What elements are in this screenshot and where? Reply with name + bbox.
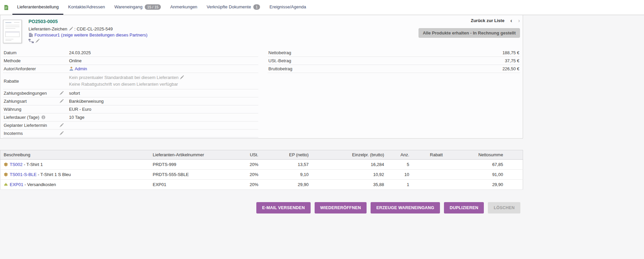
product-ref-link[interactable]: EXP01 (10, 182, 23, 187)
field-value: EUR - Euro (68, 105, 258, 113)
edit-pencil-icon[interactable] (180, 75, 184, 80)
field-row-waehrung: Währung EUR - Euro (3, 105, 258, 113)
unit-gross-cell: 16,284 (312, 160, 387, 170)
supplier-ref-label: Lieferanten-Zeichen (28, 26, 67, 31)
total-label: Bruttobetrag (268, 65, 414, 73)
document-preview-image (3, 20, 21, 43)
status-badge: Alle Produkte erhalten - In Rechnung ges… (418, 28, 520, 38)
edit-pencil-icon[interactable] (59, 123, 64, 127)
total-value: 37,75 € (414, 57, 520, 65)
total-net-cell: 67,85 (446, 160, 506, 170)
row-actions-cell (506, 180, 523, 190)
vat-cell: 20% (235, 180, 262, 190)
info-icon[interactable] (41, 115, 46, 119)
col-header-empty (506, 150, 523, 160)
order-head-main: PO2503-0005 Lieferanten-Zeichen: CDE-CL-… (28, 18, 418, 45)
tab-wareneingang[interactable]: Wareneingang 15 / 15 (110, 0, 166, 15)
field-label: Rabatte (4, 79, 19, 84)
field-value: Online (68, 57, 258, 65)
delete-button: LÖSCHEN (488, 202, 520, 213)
field-value: Admin (68, 65, 258, 73)
field-value: sofort (68, 89, 258, 97)
tab-kontakte-adressen[interactable]: Kontakte/Adressen (63, 0, 110, 15)
total-value: 188,75 € (414, 49, 520, 57)
edit-pencil-icon[interactable] (59, 131, 64, 136)
tab-verknuepfte-dokumente[interactable]: Verknüpfte Dokumente 1 (202, 0, 265, 15)
order-ref: PO2503-0005 (28, 19, 418, 24)
supplier-ref-value: : CDE-CL-2025-549 (74, 26, 113, 31)
totals-table: Nettobetrag 188,75 € USt.-Betrag 37,75 €… (268, 49, 520, 73)
service-bell-icon (4, 182, 8, 187)
row-actions-cell (506, 160, 523, 170)
duplicate-button[interactable]: DUPLIZIEREN (444, 202, 484, 213)
col-header-beschreibung: Beschreibung (0, 150, 149, 160)
author-link[interactable]: Admin (75, 66, 87, 71)
edit-pencil-icon[interactable] (59, 91, 64, 95)
edit-pencil-icon[interactable] (35, 39, 40, 43)
field-label: Datum (4, 50, 16, 55)
field-label: Zahlungsart (4, 99, 27, 104)
product-desc: - Versandkosten (23, 182, 56, 187)
back-to-list-link[interactable]: Zurück zur Liste (471, 18, 504, 23)
field-label: Autor/Anforderer (4, 66, 36, 71)
order-fields: Datum 24.03.2025 Methode Online Autor/An… (3, 49, 520, 138)
supplier-ref-cell: PRDTS-555-SBLE (149, 170, 235, 180)
tab-label: Kontakte/Adressen (68, 4, 105, 9)
field-row-incoterms: Incoterms (3, 130, 258, 138)
field-row-autor: Autor/Anforderer Admin (3, 65, 258, 73)
prev-record-icon[interactable]: ‹ (510, 18, 512, 23)
field-value: 24.03.2025 (68, 49, 258, 57)
next-record-icon: › (518, 18, 520, 23)
reopen-button[interactable]: WIEDERERÖFFNEN (315, 202, 367, 213)
product-cube-icon (4, 162, 8, 167)
field-row-zahlungsbedingungen: Zahlungsbedingungen sofort (3, 89, 258, 97)
col-header-anz: Anz. (387, 150, 412, 160)
field-value: 10 Tage (68, 113, 258, 121)
unit-gross-cell: 10,92 (312, 170, 387, 180)
order-card: PO2503-0005 Lieferanten-Zeichen: CDE-CL-… (0, 15, 523, 139)
qty-cell: 10 (387, 170, 412, 180)
fields-left-table: Datum 24.03.2025 Methode Online Autor/An… (3, 49, 258, 138)
edit-pencil-icon[interactable] (69, 27, 73, 31)
qty-cell: 1 (387, 180, 412, 190)
order-header: PO2503-0005 Lieferanten-Zeichen: CDE-CL-… (3, 18, 520, 45)
field-value (68, 130, 258, 138)
document-thumbnail[interactable] (3, 20, 22, 43)
total-row-netto: Nettobetrag 188,75 € (268, 49, 520, 57)
discount-info-line1: Kein prozentualer Standardrabatt bei die… (69, 75, 179, 80)
product-desc: - T-Shirt 1 S Bleu (37, 172, 71, 177)
lines-header-row: Beschreibung Lieferanten-Artikelnummer U… (0, 150, 523, 160)
tab-anmerkungen[interactable]: Anmerkungen (166, 0, 202, 15)
category-line (28, 38, 418, 44)
company-icon (28, 32, 33, 37)
col-header-einzelpr-brutto: Einzelpr. (brutto) (312, 150, 387, 160)
tab-label: Wareneingang (114, 4, 142, 9)
supplier-link[interactable]: Fournisseur1 (zeige weitere Bestellungen… (35, 32, 147, 37)
discount-cell (412, 180, 446, 190)
order-lines-table: Beschreibung Lieferanten-Artikelnummer U… (0, 150, 523, 190)
product-ref-link[interactable]: TS001-S-BLE (10, 172, 37, 177)
product-ref-link[interactable]: TS002 (10, 162, 22, 167)
tab-count-badge: 1 (253, 4, 260, 10)
product-cube-icon (4, 172, 8, 177)
create-goods-receipt-button[interactable]: ERZEUGE WARENEINGANG (371, 202, 440, 213)
field-row-liefertermin: Geplanter Liefertermin (3, 121, 258, 130)
field-label: Währung (4, 107, 21, 112)
total-label: Nettobetrag (268, 49, 414, 57)
discount-info-line2: Keine Rabattgutschrift von diesem Liefer… (69, 81, 258, 88)
field-label: Methode (4, 58, 21, 63)
row-actions-cell (506, 170, 523, 180)
tab-label: Anmerkungen (170, 4, 197, 9)
order-lines: Beschreibung Lieferanten-Artikelnummer U… (0, 150, 523, 190)
tab-lieferantenbestellung[interactable]: Lieferantenbestellung (12, 0, 63, 15)
tab-ereignisse-agenda[interactable]: Ereignisse/Agenda (265, 0, 311, 15)
send-email-button[interactable]: E-MAIL VERSENDEN (256, 202, 310, 213)
edit-pencil-icon[interactable] (59, 99, 64, 103)
col-header-artikelnummer: Lieferanten-Artikelnummer (149, 150, 235, 160)
supplier-ref-cell: PRDTS-999 (149, 160, 235, 170)
col-header-ep-netto: EP (netto) (262, 150, 312, 160)
supplier-ref-line: Lieferanten-Zeichen: CDE-CL-2025-549 (28, 26, 418, 31)
field-label: Geplanter Liefertermin (4, 123, 47, 128)
qty-cell: 5 (387, 160, 412, 170)
field-label: Lieferdauer (Tage) (4, 115, 39, 120)
